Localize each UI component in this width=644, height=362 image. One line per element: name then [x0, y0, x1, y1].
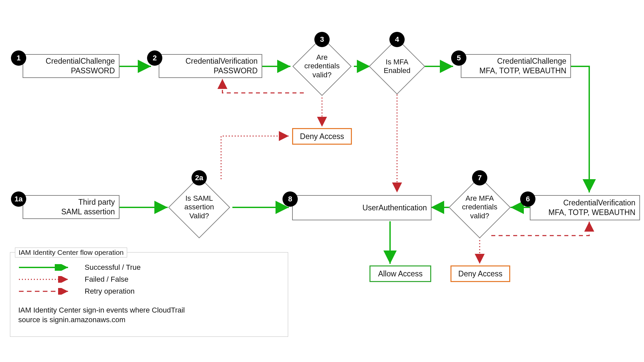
badge-1a: 1a — [11, 191, 26, 207]
node-7-line2: credentials — [462, 203, 497, 211]
legend-success-label: Successful / True — [85, 263, 141, 272]
node-1-line2: PASSWORD — [71, 66, 115, 76]
node-5-line2: MFA, TOTP, WEBAUTHN — [479, 66, 566, 76]
node-7-line1: Are MFA — [465, 194, 494, 202]
badge-3: 3 — [314, 32, 330, 47]
node-2a-line3: Valid? — [189, 212, 209, 220]
badge-5: 5 — [451, 50, 466, 66]
badge-2: 2 — [147, 50, 162, 66]
node-3-line2: credentials — [304, 62, 340, 70]
node-4-line2: Enabled — [384, 66, 411, 75]
badge-8: 8 — [282, 191, 298, 207]
node-8-line1: UserAuthentication — [362, 203, 427, 213]
node-5-line1: CredentialChallenge — [497, 56, 566, 66]
node-4-line1: Is MFA — [386, 58, 408, 66]
node-2a-line1: Is SAML — [185, 194, 213, 202]
legend-title: IAM Identity Center flow operation — [15, 248, 127, 257]
node-3-line3: valid? — [312, 71, 331, 79]
node-2a-line2: assertion — [184, 203, 214, 211]
diagram-canvas: CredentialChallenge PASSWORD 1 Credentia… — [0, 0, 644, 362]
badge-1: 1 — [11, 50, 26, 66]
outcome-deny-top: Deny Access — [292, 128, 352, 145]
badge-2a: 2a — [192, 170, 207, 185]
node-2-line2: PASSWORD — [214, 66, 258, 76]
node-credential-challenge-password: CredentialChallenge PASSWORD — [23, 54, 120, 78]
node-third-party-saml: Third party SAML assertion — [23, 195, 120, 219]
badge-6: 6 — [520, 191, 535, 207]
outcome-deny-bottom: Deny Access — [450, 265, 510, 282]
node-1-line1: CredentialChallenge — [46, 56, 115, 66]
node-7-line3: valid? — [470, 212, 489, 220]
node-credential-verification-password: CredentialVerification PASSWORD — [159, 54, 262, 78]
legend-retry-label: Retry operation — [85, 287, 134, 296]
node-credential-verification-mfa: CredentialVerification MFA, TOTP, WEBAUT… — [530, 195, 640, 220]
node-3-line1: Are — [316, 53, 328, 61]
legend-failed-label: Failed / False — [85, 275, 128, 284]
node-2-line1: CredentialVerification — [186, 56, 258, 66]
legend-panel: IAM Identity Center flow operation Succe… — [10, 252, 288, 337]
node-6-line1: CredentialVerification — [563, 198, 635, 208]
node-1a-line1: Third party — [78, 197, 115, 207]
node-user-authentication: UserAuthentication — [292, 195, 432, 220]
legend-row-failed: Failed / False — [18, 275, 280, 284]
badge-7: 7 — [472, 170, 487, 185]
legend-footer: IAM Identity Center sign-in events where… — [10, 304, 288, 330]
legend-row-success: Successful / True — [18, 263, 280, 272]
node-6-line2: MFA, TOTP, WEBAUTHN — [548, 208, 635, 217]
node-1a-line2: SAML assertion — [61, 207, 115, 217]
badge-4: 4 — [389, 32, 405, 47]
node-credential-challenge-mfa: CredentialChallenge MFA, TOTP, WEBAUTHN — [461, 54, 571, 78]
legend-row-retry: Retry operation — [18, 287, 280, 296]
outcome-allow: Allow Access — [369, 265, 431, 282]
